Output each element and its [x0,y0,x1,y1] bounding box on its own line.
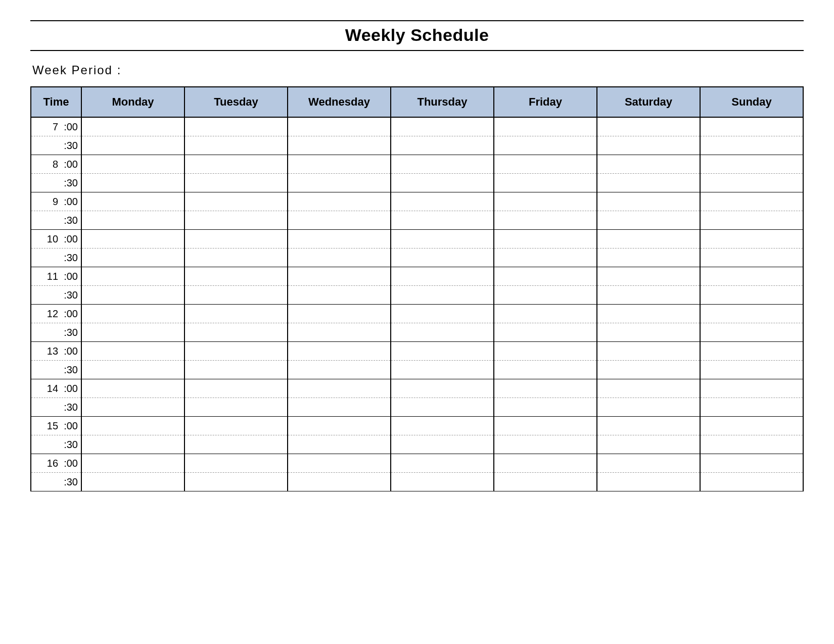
schedule-cell[interactable] [597,267,700,286]
schedule-cell[interactable] [494,286,597,305]
schedule-cell[interactable] [700,211,803,230]
schedule-cell[interactable] [81,379,184,398]
schedule-cell[interactable] [81,211,184,230]
schedule-cell[interactable] [597,323,700,342]
schedule-cell[interactable] [700,342,803,361]
schedule-cell[interactable] [288,192,391,211]
schedule-cell[interactable] [494,379,597,398]
schedule-cell[interactable] [184,286,288,305]
schedule-cell[interactable] [288,473,391,491]
schedule-cell[interactable] [391,155,494,174]
schedule-cell[interactable] [391,342,494,361]
schedule-cell[interactable] [597,361,700,379]
schedule-cell[interactable] [288,155,391,174]
schedule-cell[interactable] [184,361,288,379]
schedule-cell[interactable] [81,286,184,305]
schedule-cell[interactable] [288,379,391,398]
schedule-cell[interactable] [700,417,803,435]
schedule-cell[interactable] [597,230,700,249]
schedule-cell[interactable] [288,398,391,417]
schedule-cell[interactable] [288,417,391,435]
schedule-cell[interactable] [494,155,597,174]
schedule-cell[interactable] [391,305,494,323]
schedule-cell[interactable] [700,454,803,473]
schedule-cell[interactable] [494,454,597,473]
schedule-cell[interactable] [700,379,803,398]
schedule-cell[interactable] [700,473,803,491]
schedule-cell[interactable] [184,379,288,398]
schedule-cell[interactable] [184,305,288,323]
schedule-cell[interactable] [81,249,184,267]
schedule-cell[interactable] [391,398,494,417]
schedule-cell[interactable] [700,136,803,155]
schedule-cell[interactable] [391,249,494,267]
schedule-cell[interactable] [597,305,700,323]
schedule-cell[interactable] [597,211,700,230]
schedule-cell[interactable] [288,174,391,192]
schedule-cell[interactable] [597,286,700,305]
schedule-cell[interactable] [391,117,494,136]
schedule-cell[interactable] [81,361,184,379]
schedule-cell[interactable] [184,454,288,473]
schedule-cell[interactable] [700,155,803,174]
schedule-cell[interactable] [597,454,700,473]
schedule-cell[interactable] [494,267,597,286]
schedule-cell[interactable] [494,417,597,435]
schedule-cell[interactable] [494,117,597,136]
schedule-cell[interactable] [494,342,597,361]
schedule-cell[interactable] [81,398,184,417]
schedule-cell[interactable] [81,305,184,323]
schedule-cell[interactable] [597,192,700,211]
schedule-cell[interactable] [391,417,494,435]
schedule-cell[interactable] [184,417,288,435]
schedule-cell[interactable] [288,136,391,155]
schedule-cell[interactable] [184,136,288,155]
schedule-cell[interactable] [700,323,803,342]
schedule-cell[interactable] [184,323,288,342]
schedule-cell[interactable] [391,379,494,398]
schedule-cell[interactable] [288,249,391,267]
schedule-cell[interactable] [494,230,597,249]
schedule-cell[interactable] [597,155,700,174]
schedule-cell[interactable] [700,192,803,211]
schedule-cell[interactable] [597,342,700,361]
schedule-cell[interactable] [288,361,391,379]
schedule-cell[interactable] [81,454,184,473]
schedule-cell[interactable] [288,230,391,249]
schedule-cell[interactable] [391,323,494,342]
schedule-cell[interactable] [597,379,700,398]
schedule-cell[interactable] [81,192,184,211]
schedule-cell[interactable] [700,267,803,286]
schedule-cell[interactable] [391,267,494,286]
schedule-cell[interactable] [288,454,391,473]
schedule-cell[interactable] [700,174,803,192]
schedule-cell[interactable] [391,136,494,155]
schedule-cell[interactable] [494,398,597,417]
schedule-cell[interactable] [184,267,288,286]
schedule-cell[interactable] [184,342,288,361]
schedule-cell[interactable] [184,155,288,174]
schedule-cell[interactable] [391,192,494,211]
schedule-cell[interactable] [494,211,597,230]
schedule-cell[interactable] [597,435,700,454]
schedule-cell[interactable] [288,342,391,361]
schedule-cell[interactable] [494,473,597,491]
schedule-cell[interactable] [81,230,184,249]
schedule-cell[interactable] [494,361,597,379]
schedule-cell[interactable] [700,435,803,454]
schedule-cell[interactable] [81,435,184,454]
schedule-cell[interactable] [288,286,391,305]
schedule-cell[interactable] [288,323,391,342]
schedule-cell[interactable] [81,473,184,491]
schedule-cell[interactable] [597,473,700,491]
schedule-cell[interactable] [494,249,597,267]
schedule-cell[interactable] [494,174,597,192]
schedule-cell[interactable] [81,117,184,136]
schedule-cell[interactable] [391,174,494,192]
schedule-cell[interactable] [391,454,494,473]
schedule-cell[interactable] [81,267,184,286]
schedule-cell[interactable] [81,417,184,435]
schedule-cell[interactable] [700,305,803,323]
schedule-cell[interactable] [391,286,494,305]
schedule-cell[interactable] [81,155,184,174]
